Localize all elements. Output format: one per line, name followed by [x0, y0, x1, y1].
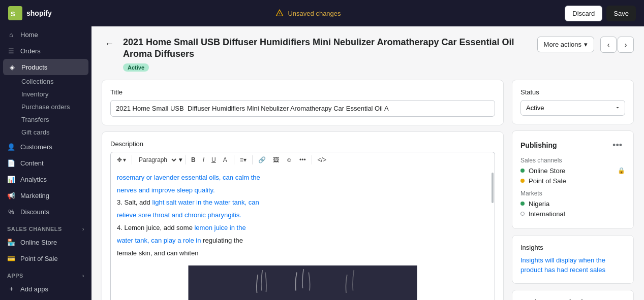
sidebar-item-content[interactable]: 📄 Content: [0, 155, 91, 171]
sidebar-label-analytics: Analytics: [20, 176, 47, 183]
toolbar-divider-2: [185, 155, 186, 164]
next-button[interactable]: ›: [618, 37, 634, 53]
apps-section: Apps ›: [0, 266, 91, 281]
code-button[interactable]: </>: [315, 154, 329, 165]
international-dot: [520, 212, 525, 216]
shopify-logo-icon: S: [8, 6, 22, 20]
nigeria-market: Nigeria: [520, 200, 625, 208]
publishing-card: Publishing ••• Sales channels Online Sto…: [512, 130, 634, 229]
status-card: Status Active Draft: [512, 80, 634, 124]
emoji-button[interactable]: ☺: [283, 154, 295, 165]
sidebar-label-customers: Customers: [20, 143, 52, 151]
apps-expand-icon[interactable]: ›: [82, 273, 84, 279]
content-grid: Title Description ✥ ▾ Paragraph: [102, 80, 634, 300]
side-column: Status Active Draft Publishing ••• Sales…: [512, 80, 634, 300]
editor-body[interactable]: rosemary or lavender essential oils, can…: [110, 168, 495, 300]
online-store-label: Online Store: [20, 239, 57, 246]
paragraph-dropdown-icon: ▾: [179, 156, 182, 163]
sales-channels-expand-icon[interactable]: ›: [82, 226, 84, 232]
link-button[interactable]: 🔗: [255, 154, 269, 165]
underline-button[interactable]: U: [208, 154, 219, 165]
online-store-icon: 🏪: [7, 238, 15, 246]
sidebar-item-add-apps[interactable]: ＋ Add apps: [0, 281, 91, 297]
active-badge: Active: [123, 63, 149, 72]
warning-icon: [275, 9, 284, 17]
sidebar-item-inventory[interactable]: Inventory: [14, 88, 91, 101]
lock-icon: 🔒: [618, 167, 625, 174]
sidebar-item-orders[interactable]: ☰ Orders: [0, 43, 91, 59]
paragraph-select[interactable]: Paragraph: [135, 154, 178, 165]
format-menu-button[interactable]: ✥ ▾: [114, 154, 129, 165]
title-input[interactable]: [110, 100, 495, 117]
editor-toolbar: ✥ ▾ Paragraph ▾ B I U A: [110, 152, 495, 168]
publishing-title: Publishing: [520, 141, 557, 149]
discard-button[interactable]: Discard: [565, 6, 602, 21]
italic-button[interactable]: I: [200, 154, 207, 165]
sales-channels-section: Sales channels ›: [0, 220, 91, 234]
unsaved-label: Unsaved changes: [288, 10, 341, 17]
point-of-sale-channel-label: Point of Sale: [529, 177, 566, 185]
save-button[interactable]: Save: [606, 6, 636, 21]
page-header: ← 2021 Home Small USB Diffuser Humidifie…: [102, 37, 634, 72]
online-store-channel: Online Store 🔒: [520, 167, 625, 175]
nigeria-dot: [520, 202, 525, 206]
page-title-area: 2021 Home Small USB Diffuser Humidifiers…: [123, 37, 531, 72]
sidebar-item-online-store[interactable]: 🏪 Online Store: [0, 234, 91, 250]
international-label: International: [529, 210, 565, 218]
sidebar-label-content: Content: [20, 159, 44, 167]
topbar: S shopify Unsaved changes Discard Save: [0, 0, 644, 26]
status-select[interactable]: Active Draft: [520, 100, 625, 116]
editor-scrollbar[interactable]: [492, 173, 494, 203]
back-button[interactable]: ←: [102, 38, 117, 50]
products-sub-menu: Collections Inventory Purchase orders Tr…: [0, 75, 91, 139]
insights-card: Insights Insights will display when the …: [512, 235, 634, 284]
sidebar-item-point-of-sale[interactable]: 💳 Point of Sale: [0, 250, 91, 266]
align-button[interactable]: ≡▾: [237, 154, 250, 165]
sidebar-item-purchase-orders[interactable]: Purchase orders: [14, 101, 91, 113]
more-actions-button[interactable]: More actions ▾: [537, 37, 594, 52]
collections-label: Collections: [21, 78, 54, 85]
markets-label: Markets: [520, 190, 625, 197]
logo: S shopify: [8, 6, 52, 20]
toolbar-divider-5: [312, 155, 312, 164]
prev-button[interactable]: ‹: [600, 37, 617, 53]
point-of-sale-icon: 💳: [7, 254, 15, 262]
products-icon: ◈: [8, 63, 16, 71]
main-column: Title Description ✥ ▾ Paragraph: [102, 80, 504, 300]
bold-button[interactable]: B: [188, 154, 199, 165]
toolbar-divider-3: [234, 155, 234, 164]
customers-icon: 👤: [7, 143, 15, 151]
sidebar-item-home[interactable]: ⌂ Home: [0, 26, 91, 43]
sales-channels-sub-label: Sales channels: [520, 157, 625, 164]
international-market: International: [520, 210, 625, 218]
discounts-icon: %: [7, 208, 15, 216]
more-button[interactable]: •••: [296, 154, 309, 165]
page-title: 2021 Home Small USB Diffuser Humidifiers…: [123, 37, 531, 60]
sidebar-item-products[interactable]: ◈ Products: [3, 59, 88, 75]
sidebar-label-orders: Orders: [20, 47, 41, 55]
toolbar-divider-4: [252, 155, 253, 164]
status-label: Status: [520, 88, 625, 96]
text-color-button[interactable]: A: [220, 154, 231, 165]
marketing-icon: 📢: [7, 191, 15, 199]
sidebar-item-gift-cards[interactable]: Gift cards: [14, 126, 91, 139]
image-button[interactable]: 🖼: [270, 154, 282, 165]
sidebar-item-collections[interactable]: Collections: [14, 75, 91, 88]
purchase-orders-label: Purchase orders: [21, 103, 70, 111]
publishing-more-button[interactable]: •••: [609, 139, 625, 152]
apps-label: Apps: [7, 273, 23, 279]
publishing-header: Publishing •••: [520, 139, 625, 152]
sidebar-item-customers[interactable]: 👤 Customers: [0, 139, 91, 155]
unsaved-changes-indicator: Unsaved changes: [275, 9, 341, 17]
add-apps-icon: ＋: [7, 285, 15, 293]
sidebar-item-analytics[interactable]: 📊 Analytics: [0, 171, 91, 187]
sidebar-item-transfers[interactable]: Transfers: [14, 113, 91, 126]
sidebar-item-discounts[interactable]: % Discounts: [0, 204, 91, 220]
sidebar-label-products: Products: [21, 63, 47, 71]
product-image: [111, 265, 495, 300]
format-label: ✥: [117, 156, 122, 163]
nigeria-label: Nigeria: [529, 200, 549, 208]
sidebar-item-marketing[interactable]: 📢 Marketing: [0, 187, 91, 204]
toolbar-divider-1: [132, 155, 132, 164]
topbar-actions: Discard Save: [565, 6, 636, 21]
